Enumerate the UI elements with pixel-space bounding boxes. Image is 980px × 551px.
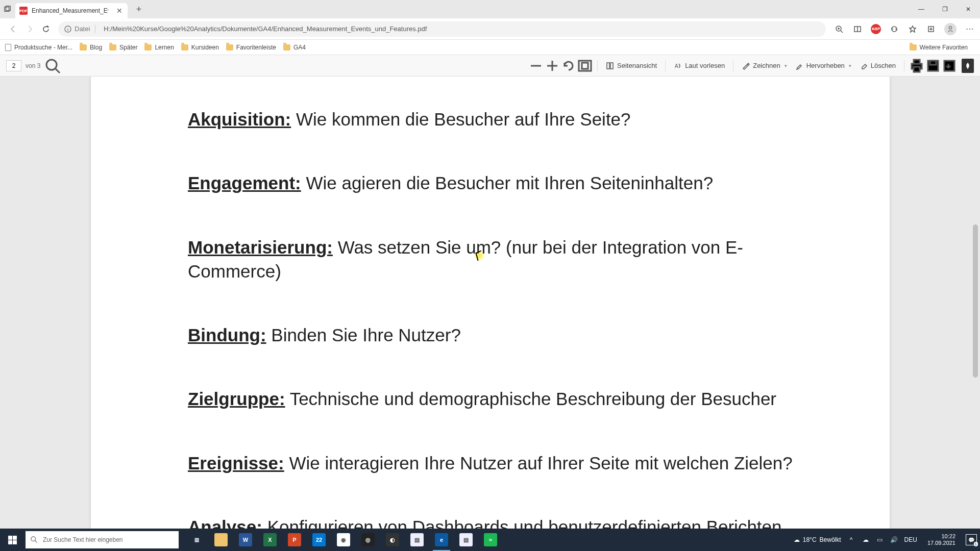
favorites-icon[interactable] [908, 24, 918, 34]
profile-avatar[interactable] [944, 23, 957, 35]
weather-widget[interactable]: ☁ 18°C Bewölkt [794, 536, 841, 543]
erase-label: Löschen [871, 62, 896, 69]
bookmark-overflow[interactable]: Weitere Favoriten [910, 44, 968, 51]
page-number-input[interactable] [6, 60, 21, 71]
bookmark-item[interactable]: Später [109, 44, 137, 51]
bookmark-item[interactable]: GA4 [283, 44, 306, 51]
find-icon[interactable] [44, 58, 61, 74]
folder-icon [226, 44, 233, 51]
start-button[interactable] [0, 529, 24, 551]
search-icon [31, 536, 38, 543]
read-mode-icon[interactable] [852, 24, 863, 34]
app-icon: P [288, 533, 301, 546]
taskbar-app-mail[interactable]: 22 [307, 529, 331, 551]
bookmark-item[interactable]: Blog [80, 44, 102, 51]
fit-page-icon[interactable] [577, 58, 593, 74]
sync-icon[interactable] [889, 24, 899, 34]
taskbar-app-edge[interactable]: e [430, 529, 453, 551]
save-as-icon[interactable] [941, 58, 958, 74]
taskbar-app-excel[interactable]: X [258, 529, 282, 551]
close-tab-icon[interactable]: ✕ [115, 7, 124, 15]
bookmark-item[interactable]: Produktsuche - Mer... [5, 44, 72, 51]
taskbar-app-chrome[interactable]: ◉ [332, 529, 355, 551]
zoom-out-icon[interactable] [528, 58, 544, 74]
highlight-button[interactable]: Hervorheben ▾ [795, 62, 851, 70]
app-icon [214, 533, 228, 546]
entry-term: Analyse: [188, 517, 262, 529]
scroll-thumb[interactable] [973, 224, 978, 378]
scrollbar[interactable] [972, 77, 979, 529]
address-bar-row: Datei H:/Mein%20Kurse/Google%20Analytics… [0, 18, 980, 40]
onedrive-icon[interactable]: ☁ [862, 536, 870, 544]
taskbar-app-spotify[interactable]: ≈ [479, 529, 502, 551]
collections-icon[interactable] [926, 24, 936, 34]
maximize-button[interactable]: ❐ [933, 0, 957, 18]
new-tab-button[interactable]: + [132, 2, 146, 16]
draw-label: Zeichnen [753, 62, 780, 69]
page-view-button[interactable]: Seitenansicht [606, 62, 657, 70]
toolbar-right: ABP ⋯ [834, 23, 975, 35]
svg-rect-23 [610, 63, 613, 69]
taskbar-app-explorer[interactable] [209, 529, 233, 551]
taskbar-app-notepad-1[interactable]: ▤ [405, 529, 429, 551]
minimize-button[interactable]: — [910, 0, 933, 18]
print-icon[interactable] [909, 58, 925, 74]
taskbar-app-app-orange[interactable]: ◐ [381, 529, 404, 551]
app-icon: e [435, 533, 448, 546]
close-window-button[interactable]: ✕ [957, 0, 980, 18]
weather-desc: Bewölkt [820, 536, 841, 543]
clock[interactable]: 10:22 17.09.2021 [923, 533, 960, 546]
tab-actions-icon[interactable] [3, 5, 12, 14]
pdf-viewport[interactable]: Akquisition: Wie kommen die Besucher auf… [0, 77, 980, 529]
zoom-icon[interactable] [834, 24, 844, 34]
document-entry: Akquisition: Wie kommen die Besucher auf… [188, 107, 793, 131]
bookmark-item[interactable]: Lernen [144, 44, 174, 51]
taskbar-app-word[interactable]: W [234, 529, 257, 551]
svg-rect-26 [914, 60, 920, 64]
language-indicator[interactable]: DEU [904, 536, 917, 543]
svg-point-14 [949, 26, 951, 29]
reload-button[interactable] [38, 21, 54, 37]
taskbar-app-task-view[interactable]: ⊞ [185, 529, 208, 551]
bookmark-item[interactable]: Kursideen [181, 44, 219, 51]
app-icon: 22 [312, 533, 326, 546]
notifications-icon[interactable]: 💬1 [966, 534, 977, 545]
read-aloud-button[interactable]: A Laut vorlesen [674, 62, 725, 70]
save-icon[interactable] [925, 58, 941, 74]
pin-toolbar-icon[interactable] [962, 59, 974, 73]
taskbar-app-obs[interactable]: ◎ [356, 529, 380, 551]
svg-rect-29 [930, 61, 936, 65]
folder-icon [181, 44, 188, 51]
back-button[interactable] [5, 21, 21, 37]
bookmark-label: Blog [90, 44, 102, 51]
tab-title: Enhanced_Measurement_Events [32, 7, 108, 14]
network-icon[interactable]: ▭ [876, 536, 884, 544]
taskbar-app-powerpoint[interactable]: P [283, 529, 306, 551]
adblock-icon[interactable]: ABP [871, 24, 881, 34]
svg-line-6 [841, 31, 843, 33]
window-controls: — ❐ ✕ [910, 0, 980, 18]
rotate-icon[interactable] [560, 58, 577, 74]
tray-chevron-icon[interactable]: ^ [847, 536, 855, 544]
weather-temp: 18°C [803, 536, 817, 543]
entry-text: Wie kommen die Besucher auf Ihre Seite? [291, 109, 630, 129]
menu-icon[interactable]: ⋯ [965, 24, 975, 34]
chevron-down-icon: ▾ [849, 63, 851, 68]
volume-icon[interactable]: 🔊 [890, 536, 898, 544]
forward-button[interactable] [21, 21, 38, 37]
browser-tab[interactable]: PDF Enhanced_Measurement_Events ✕ [15, 3, 128, 18]
address-field[interactable]: Datei H:/Mein%20Kurse/Google%20Analytics… [58, 21, 826, 37]
taskbar-search[interactable]: Zur Suche Text hier eingeben [26, 531, 179, 548]
app-icon: X [263, 533, 277, 546]
draw-button[interactable]: Zeichnen ▾ [742, 62, 787, 70]
bookmark-label: Kursideen [191, 44, 219, 51]
taskbar-app-notepad-2[interactable]: ▤ [454, 529, 478, 551]
zoom-in-icon[interactable] [544, 58, 560, 74]
bookmark-item[interactable]: Favoritenleiste [226, 44, 276, 51]
folder-icon [910, 44, 917, 51]
erase-button[interactable]: Löschen [860, 62, 896, 70]
taskbar: Zur Suche Text hier eingeben ⊞WXP22◉◎◐▤e… [0, 529, 980, 551]
document-entry: Ereignisse: Wie interagieren Ihre Nutzer… [188, 451, 793, 475]
svg-rect-21 [582, 63, 588, 69]
clock-date: 17.09.2021 [927, 540, 955, 546]
